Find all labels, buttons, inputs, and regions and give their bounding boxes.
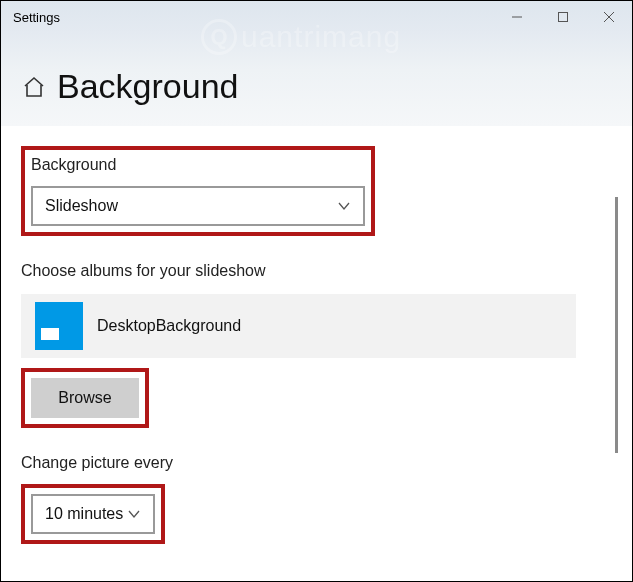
titlebar: Settings [1, 1, 632, 33]
change-every-section: Change picture every 10 minutes [21, 454, 612, 544]
change-every-dropdown[interactable]: 10 minutes [31, 494, 155, 534]
background-dropdown[interactable]: Slideshow [31, 186, 365, 226]
browse-highlight: Browse [21, 368, 149, 428]
background-highlight: Background Slideshow [21, 146, 375, 236]
maximize-button[interactable] [540, 1, 586, 33]
page-title-row: Background [1, 33, 632, 106]
albums-section: Choose albums for your slideshow Desktop… [21, 262, 612, 428]
background-section: Background Slideshow [21, 146, 612, 236]
chevron-down-icon [337, 199, 351, 213]
svg-rect-1 [559, 13, 568, 22]
background-label: Background [31, 156, 365, 174]
chevron-down-icon [127, 507, 141, 521]
window-controls [494, 1, 632, 33]
page-title: Background [57, 67, 238, 106]
scrollbar[interactable] [615, 197, 618, 453]
album-thumb-icon [35, 302, 83, 350]
background-dropdown-value: Slideshow [45, 197, 118, 215]
album-name: DesktopBackground [97, 317, 241, 335]
content: Background Slideshow Choose albums for y… [1, 126, 632, 582]
albums-label: Choose albums for your slideshow [21, 262, 612, 280]
album-item[interactable]: DesktopBackground [21, 294, 576, 358]
change-every-label: Change picture every [21, 454, 612, 472]
change-every-highlight: 10 minutes [21, 484, 165, 544]
home-icon[interactable] [21, 74, 47, 100]
browse-button[interactable]: Browse [31, 378, 139, 418]
change-every-value: 10 minutes [45, 505, 123, 523]
minimize-button[interactable] [494, 1, 540, 33]
header-region: Settings Q uantrimang Background [1, 1, 632, 126]
close-button[interactable] [586, 1, 632, 33]
